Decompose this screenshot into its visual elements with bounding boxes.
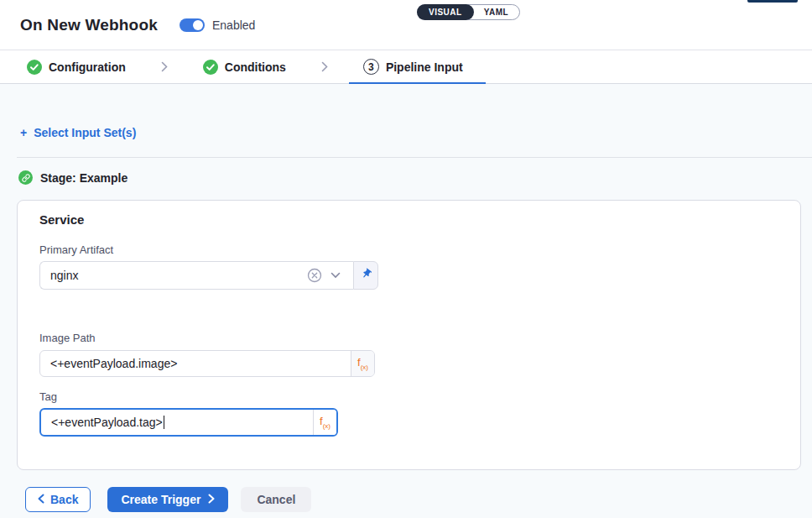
select-input-sets-label: Select Input Set(s) [34, 126, 136, 139]
section-divider [17, 157, 812, 158]
create-trigger-label: Create Trigger [121, 493, 200, 506]
tag-field: <+eventPayload.tag> f(x) [39, 408, 338, 437]
step-conditions[interactable]: Conditions [203, 50, 286, 84]
image-path-input[interactable]: <+eventPayload.image> [40, 351, 351, 376]
toggle-label: Enabled [212, 18, 255, 32]
chevron-right-icon [321, 61, 328, 72]
cancel-button[interactable]: Cancel [241, 487, 311, 512]
page-title: On New Webhook [20, 16, 158, 34]
pin-icon [360, 268, 372, 284]
step-configuration[interactable]: Configuration [27, 50, 126, 84]
primary-artifact-dropdown[interactable]: nginx [39, 261, 353, 290]
main-content: + Select Input Set(s) Stage: Example Ser… [0, 84, 812, 518]
check-circle-icon [203, 60, 218, 75]
stage-label: Stage: Example [40, 171, 128, 185]
cancel-label: Cancel [257, 493, 295, 506]
chevron-right-icon [161, 61, 168, 72]
back-button[interactable]: Back [25, 487, 91, 512]
wizard-tabbar: Configuration Conditions 3 Pipeline Inpu… [0, 50, 812, 84]
tag-label: Tag [39, 390, 778, 403]
tag-value: <+eventPayload.tag> [51, 416, 163, 429]
enabled-toggle[interactable] [180, 18, 205, 32]
expression-fx-button[interactable]: f(x) [351, 351, 374, 376]
visual-tab[interactable]: VISUAL [417, 4, 474, 20]
chevron-left-icon [38, 493, 44, 506]
text-caret [164, 416, 165, 429]
pipeline-input-card: Service Primary Artifact nginx Image Pat… [17, 200, 801, 470]
step-pipeline-input[interactable]: 3 Pipeline Input [363, 50, 463, 84]
step-label: Configuration [49, 60, 126, 74]
tag-input[interactable]: <+eventPayload.tag> [41, 410, 313, 435]
check-circle-icon [27, 60, 42, 75]
stage-header: Stage: Example [18, 170, 128, 185]
create-trigger-button[interactable]: Create Trigger [107, 487, 228, 512]
image-path-field: <+eventPayload.image> f(x) [39, 350, 375, 377]
header: On New Webhook Enabled [0, 0, 812, 50]
fx-icon: f(x) [320, 416, 331, 430]
pin-button[interactable] [353, 261, 378, 290]
back-label: Back [50, 493, 78, 506]
top-right-button-fragment[interactable] [747, 0, 798, 3]
chevron-down-icon[interactable] [326, 272, 345, 279]
chevron-right-icon [208, 493, 215, 506]
service-section-title: Service [39, 212, 778, 227]
fx-icon: f(x) [357, 357, 368, 371]
cd-stage-icon [18, 170, 33, 185]
step-label: Conditions [225, 60, 286, 74]
step-label: Pipeline Input [386, 60, 463, 74]
image-path-value: <+eventPayload.image> [50, 357, 177, 370]
select-input-sets-link[interactable]: + Select Input Set(s) [20, 126, 136, 139]
primary-artifact-value: nginx [50, 269, 303, 282]
plus-icon: + [20, 126, 27, 139]
expression-fx-button[interactable]: f(x) [313, 410, 336, 435]
image-path-label: Image Path [39, 332, 778, 344]
visual-yaml-toggle: VISUAL YAML [417, 4, 520, 20]
primary-artifact-field: nginx [39, 261, 378, 290]
primary-artifact-label: Primary Artifact [39, 243, 778, 256]
footer-actions: Back Create Trigger Cancel [25, 487, 311, 512]
toggle-knob [193, 20, 203, 30]
clear-selection-icon[interactable] [303, 268, 326, 283]
yaml-tab[interactable]: YAML [473, 4, 519, 20]
step-number: 3 [363, 59, 379, 75]
